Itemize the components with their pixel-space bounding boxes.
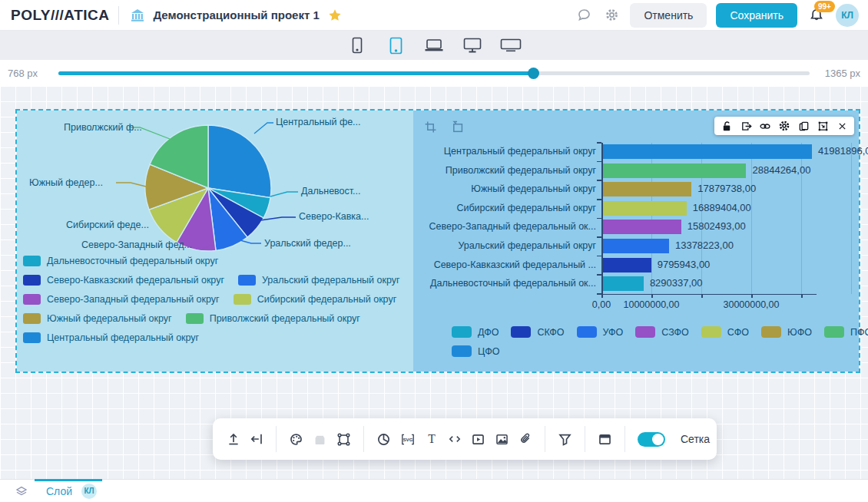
- bar[interactable]: [602, 276, 644, 291]
- video-tool-icon[interactable]: [471, 430, 485, 448]
- bar[interactable]: [602, 258, 651, 272]
- legend-item[interactable]: ЦФО: [452, 345, 499, 357]
- duplicate-icon[interactable]: [797, 120, 810, 132]
- x-tick-label: 0,00: [592, 299, 611, 310]
- legend-item[interactable]: Центральный федеральный округ: [23, 332, 199, 343]
- legend-item[interactable]: ПФО: [824, 326, 868, 338]
- bar-row[interactable]: Центральный федеральный округ41981896,00: [413, 143, 857, 162]
- legend-item[interactable]: СЗФО: [635, 326, 689, 338]
- pie-slice[interactable]: [208, 125, 271, 198]
- legend-item[interactable]: Уральский федеральный округ: [238, 275, 400, 286]
- pie-callout-label: Центральный фе...: [276, 117, 361, 127]
- pie-chart[interactable]: [144, 124, 273, 253]
- notifications-bell-icon[interactable]: 99+: [807, 5, 827, 25]
- bar[interactable]: [602, 163, 746, 178]
- close-widget-icon[interactable]: [836, 120, 848, 132]
- pie-chart-tool-icon[interactable]: [376, 430, 391, 448]
- y-axis-line: [601, 143, 603, 294]
- device-tablet-icon[interactable]: [384, 35, 407, 56]
- pie-callout-line: [116, 183, 146, 187]
- transform-box-icon[interactable]: [336, 430, 351, 448]
- legend-item[interactable]: ДФО: [452, 326, 499, 338]
- favorite-star-icon[interactable]: [326, 6, 344, 25]
- bar[interactable]: [602, 201, 687, 216]
- save-button[interactable]: Сохранить: [716, 3, 797, 28]
- grid-toggle[interactable]: [638, 432, 665, 447]
- bar-row[interactable]: Приволжский федеральный округ28844264,00: [413, 162, 857, 181]
- palette-icon[interactable]: [289, 430, 303, 448]
- x-axis-tick: [651, 294, 653, 298]
- bar[interactable]: [602, 220, 681, 234]
- legend-item[interactable]: Сибирский федеральный округ: [234, 294, 397, 305]
- widget-selection-group[interactable]: Центральный фе...Дальневост...Северо-Кав…: [15, 109, 860, 373]
- svg-text:SVG: SVG: [403, 437, 412, 442]
- toolbar-divider: [624, 426, 625, 452]
- legend-item[interactable]: ЮФО: [761, 326, 812, 338]
- legend-label: СФО: [727, 327, 749, 338]
- bar[interactable]: [602, 144, 812, 159]
- user-avatar[interactable]: КЛ: [836, 4, 859, 27]
- bar[interactable]: [602, 239, 669, 253]
- crop-icon[interactable]: [421, 117, 439, 136]
- pie-callout-label: Южный федер...: [29, 177, 103, 188]
- code-tool-icon[interactable]: [448, 430, 462, 448]
- device-tv-icon[interactable]: [499, 35, 522, 56]
- layers-icon[interactable]: [12, 482, 31, 500]
- width-slider[interactable]: [58, 71, 810, 75]
- bar[interactable]: [602, 182, 691, 197]
- svg-tool-icon[interactable]: SVG: [400, 430, 416, 448]
- text-tool-icon[interactable]: T: [425, 430, 439, 448]
- device-desktop-icon[interactable]: [461, 35, 484, 56]
- pie-legend-row: Дальневосточный федеральный округ: [23, 256, 400, 266]
- legend-item[interactable]: Дальневосточный федеральный округ: [23, 256, 218, 266]
- y-axis-tick: [597, 199, 601, 200]
- archive-icon[interactable]: [313, 430, 327, 448]
- export-icon[interactable]: [740, 120, 752, 132]
- attachment-icon[interactable]: [518, 430, 532, 448]
- legend-swatch: [511, 326, 531, 338]
- bar-row[interactable]: Сибирский федеральный округ16889404,00: [413, 200, 857, 219]
- project-title[interactable]: Демонстрационный проект 1: [153, 8, 319, 21]
- filter-icon[interactable]: [558, 430, 572, 448]
- width-slider-handle[interactable]: [528, 68, 539, 79]
- legend-item[interactable]: УФО: [577, 326, 624, 338]
- legend-item[interactable]: Южный федеральный округ: [23, 313, 172, 324]
- y-axis-tick: [597, 180, 601, 181]
- bar-row[interactable]: Южный федеральный округ17879738,00: [413, 180, 857, 200]
- x-axis-line: [601, 294, 817, 296]
- transform-select-icon[interactable]: [817, 120, 829, 132]
- device-phone-icon[interactable]: [346, 35, 369, 56]
- bar-category-label: Дальневосточный федеральный ок...: [413, 278, 596, 289]
- pie-chart-widget[interactable]: Центральный фе...Дальневост...Северо-Кав…: [17, 111, 413, 372]
- send-backward-icon[interactable]: [447, 117, 465, 136]
- legend-item[interactable]: СФО: [701, 326, 749, 338]
- layer-tab-label[interactable]: Слой: [46, 485, 72, 497]
- cancel-button[interactable]: Отменить: [630, 3, 707, 28]
- device-laptop-icon[interactable]: [422, 35, 446, 56]
- x-axis-tick: [801, 294, 803, 298]
- widget-settings-gear-icon[interactable]: [778, 120, 790, 132]
- bar-chart-widget[interactable]: Центральный федеральный округ41981896,00…: [413, 111, 859, 372]
- panel-icon[interactable]: [598, 430, 612, 448]
- settings-gear-icon[interactable]: [602, 6, 621, 25]
- upload-icon[interactable]: [227, 430, 240, 448]
- legend-item[interactable]: Северо-Западный федеральный округ: [23, 294, 220, 305]
- max-width-label: 1365 px: [820, 68, 860, 79]
- legend-item[interactable]: Северо-Кавказский федеральный округ: [23, 275, 224, 286]
- legend-item[interactable]: Приволжский федеральный округ: [186, 313, 360, 324]
- legend-swatch: [23, 275, 41, 286]
- legend-item[interactable]: СКФО: [511, 326, 564, 338]
- indent-left-icon[interactable]: [250, 430, 263, 448]
- link-icon[interactable]: [759, 120, 771, 132]
- comments-icon[interactable]: [575, 6, 593, 25]
- image-tool-icon[interactable]: [495, 430, 509, 448]
- bar-row[interactable]: Северо-Кавказский федеральный ...9795943…: [413, 256, 857, 276]
- bar-row[interactable]: Уральский федеральный округ13378223,00: [413, 237, 857, 256]
- notification-count-badge: 99+: [814, 1, 835, 12]
- unlock-icon[interactable]: [721, 120, 733, 132]
- bar-row[interactable]: Северо-Западный федеральный ок...1580249…: [413, 218, 857, 237]
- legend-label: Северо-Кавказский федеральный округ: [47, 275, 224, 286]
- bar-row[interactable]: Дальневосточный федеральный ок...8290337…: [413, 275, 857, 294]
- min-width-label: 768 px: [8, 68, 48, 79]
- dashboard-canvas[interactable]: Центральный фе...Дальневост...Северо-Кав…: [0, 86, 868, 479]
